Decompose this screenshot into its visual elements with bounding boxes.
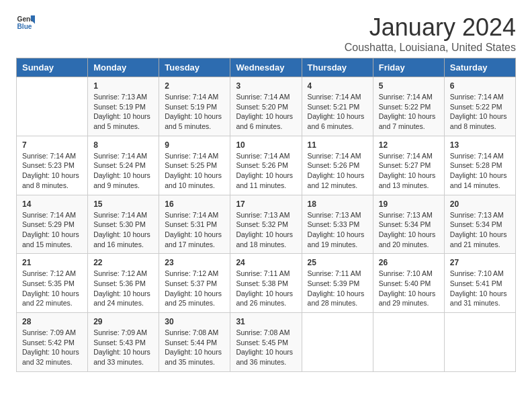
day-info: Sunrise: 7:12 AM Sunset: 5:35 PM Dayligh… [22, 269, 82, 308]
day-number: 12 [379, 140, 439, 150]
day-number: 3 [236, 81, 296, 91]
col-header-sunday: Sunday [17, 58, 88, 77]
day-number: 16 [165, 199, 224, 209]
calendar-cell: 2Sunrise: 7:14 AM Sunset: 5:19 PM Daylig… [159, 77, 230, 136]
day-info: Sunrise: 7:14 AM Sunset: 5:20 PM Dayligh… [236, 92, 296, 132]
day-number: 9 [165, 140, 224, 150]
day-number: 14 [22, 199, 82, 209]
calendar-cell [302, 313, 373, 372]
calendar-cell: 5Sunrise: 7:14 AM Sunset: 5:22 PM Daylig… [373, 77, 444, 136]
day-number: 2 [165, 81, 224, 91]
calendar-cell: 31Sunrise: 7:08 AM Sunset: 5:45 PM Dayli… [230, 313, 302, 372]
day-info: Sunrise: 7:13 AM Sunset: 5:34 PM Dayligh… [450, 210, 510, 250]
calendar-cell: 13Sunrise: 7:14 AM Sunset: 5:28 PM Dayli… [444, 136, 515, 195]
calendar-cell: 17Sunrise: 7:13 AM Sunset: 5:32 PM Dayli… [230, 195, 302, 254]
day-info: Sunrise: 7:13 AM Sunset: 5:19 PM Dayligh… [93, 92, 153, 132]
day-info: Sunrise: 7:11 AM Sunset: 5:38 PM Dayligh… [236, 269, 296, 308]
day-info: Sunrise: 7:09 AM Sunset: 5:43 PM Dayligh… [93, 328, 153, 367]
day-info: Sunrise: 7:14 AM Sunset: 5:28 PM Dayligh… [450, 151, 510, 191]
calendar-cell: 26Sunrise: 7:10 AM Sunset: 5:40 PM Dayli… [373, 254, 444, 313]
day-number: 15 [93, 199, 153, 209]
day-number: 27 [450, 258, 510, 267]
day-number: 7 [22, 140, 82, 150]
day-info: Sunrise: 7:14 AM Sunset: 5:27 PM Dayligh… [379, 151, 439, 191]
day-info: Sunrise: 7:14 AM Sunset: 5:24 PM Dayligh… [93, 151, 153, 191]
calendar-cell: 15Sunrise: 7:14 AM Sunset: 5:30 PM Dayli… [88, 195, 159, 254]
calendar-cell: 29Sunrise: 7:09 AM Sunset: 5:43 PM Dayli… [88, 313, 159, 372]
col-header-saturday: Saturday [444, 58, 515, 77]
day-info: Sunrise: 7:08 AM Sunset: 5:44 PM Dayligh… [165, 328, 224, 367]
calendar-cell: 28Sunrise: 7:09 AM Sunset: 5:42 PM Dayli… [17, 313, 88, 372]
day-info: Sunrise: 7:14 AM Sunset: 5:21 PM Dayligh… [308, 92, 367, 132]
day-info: Sunrise: 7:14 AM Sunset: 5:25 PM Dayligh… [165, 151, 224, 191]
calendar-cell: 18Sunrise: 7:13 AM Sunset: 5:33 PM Dayli… [302, 195, 373, 254]
day-number: 11 [308, 140, 367, 150]
day-number: 22 [93, 258, 153, 267]
day-number: 5 [379, 81, 439, 91]
calendar-cell: 4Sunrise: 7:14 AM Sunset: 5:21 PM Daylig… [302, 77, 373, 136]
day-info: Sunrise: 7:12 AM Sunset: 5:36 PM Dayligh… [93, 269, 153, 308]
calendar-cell: 27Sunrise: 7:10 AM Sunset: 5:41 PM Dayli… [444, 254, 515, 313]
day-number: 28 [22, 317, 82, 326]
day-info: Sunrise: 7:10 AM Sunset: 5:40 PM Dayligh… [379, 269, 439, 308]
title-area: January 2024 Coushatta, Louisiana, Unite… [345, 13, 516, 54]
calendar-cell: 21Sunrise: 7:12 AM Sunset: 5:35 PM Dayli… [17, 254, 88, 313]
day-info: Sunrise: 7:11 AM Sunset: 5:39 PM Dayligh… [308, 269, 367, 308]
day-info: Sunrise: 7:14 AM Sunset: 5:22 PM Dayligh… [379, 92, 439, 132]
calendar-cell: 23Sunrise: 7:12 AM Sunset: 5:37 PM Dayli… [159, 254, 230, 313]
day-info: Sunrise: 7:10 AM Sunset: 5:41 PM Dayligh… [450, 269, 510, 308]
day-number: 18 [308, 199, 367, 209]
svg-text:Blue: Blue [17, 23, 32, 30]
day-number: 17 [236, 199, 296, 209]
calendar-cell: 20Sunrise: 7:13 AM Sunset: 5:34 PM Dayli… [444, 195, 515, 254]
day-number: 31 [236, 317, 296, 326]
day-info: Sunrise: 7:14 AM Sunset: 5:31 PM Dayligh… [165, 210, 224, 250]
calendar-cell: 14Sunrise: 7:14 AM Sunset: 5:29 PM Dayli… [17, 195, 88, 254]
calendar-cell: 12Sunrise: 7:14 AM Sunset: 5:27 PM Dayli… [373, 136, 444, 195]
day-number: 26 [379, 258, 439, 267]
day-info: Sunrise: 7:08 AM Sunset: 5:45 PM Dayligh… [236, 328, 296, 367]
day-info: Sunrise: 7:13 AM Sunset: 5:32 PM Dayligh… [236, 210, 296, 250]
col-header-wednesday: Wednesday [230, 58, 302, 77]
day-info: Sunrise: 7:14 AM Sunset: 5:26 PM Dayligh… [308, 151, 367, 191]
day-number: 20 [450, 199, 510, 209]
calendar-cell: 22Sunrise: 7:12 AM Sunset: 5:36 PM Dayli… [88, 254, 159, 313]
calendar-cell: 25Sunrise: 7:11 AM Sunset: 5:39 PM Dayli… [302, 254, 373, 313]
calendar-cell: 24Sunrise: 7:11 AM Sunset: 5:38 PM Dayli… [230, 254, 302, 313]
logo: General Blue [16, 13, 35, 32]
day-number: 6 [450, 81, 510, 91]
calendar-cell: 11Sunrise: 7:14 AM Sunset: 5:26 PM Dayli… [302, 136, 373, 195]
logo-icon: General Blue [16, 13, 35, 32]
col-header-monday: Monday [88, 58, 159, 77]
calendar-cell [444, 313, 515, 372]
calendar-cell: 3Sunrise: 7:14 AM Sunset: 5:20 PM Daylig… [230, 77, 302, 136]
day-info: Sunrise: 7:14 AM Sunset: 5:26 PM Dayligh… [236, 151, 296, 191]
day-number: 8 [93, 140, 153, 150]
day-number: 30 [165, 317, 224, 326]
calendar-cell: 9Sunrise: 7:14 AM Sunset: 5:25 PM Daylig… [159, 136, 230, 195]
calendar-cell: 8Sunrise: 7:14 AM Sunset: 5:24 PM Daylig… [88, 136, 159, 195]
day-info: Sunrise: 7:14 AM Sunset: 5:22 PM Dayligh… [450, 92, 510, 132]
col-header-tuesday: Tuesday [159, 58, 230, 77]
day-info: Sunrise: 7:13 AM Sunset: 5:33 PM Dayligh… [308, 210, 367, 250]
day-number: 24 [236, 258, 296, 267]
calendar-cell: 1Sunrise: 7:13 AM Sunset: 5:19 PM Daylig… [88, 77, 159, 136]
day-number: 10 [236, 140, 296, 150]
calendar-cell [373, 313, 444, 372]
calendar-cell: 16Sunrise: 7:14 AM Sunset: 5:31 PM Dayli… [159, 195, 230, 254]
day-number: 13 [450, 140, 510, 150]
day-info: Sunrise: 7:14 AM Sunset: 5:30 PM Dayligh… [93, 210, 153, 250]
day-info: Sunrise: 7:09 AM Sunset: 5:42 PM Dayligh… [22, 328, 82, 367]
calendar-cell: 7Sunrise: 7:14 AM Sunset: 5:23 PM Daylig… [17, 136, 88, 195]
day-number: 29 [93, 317, 153, 326]
day-number: 25 [308, 258, 367, 267]
header: General Blue January 2024 Coushatta, Lou… [16, 13, 516, 54]
day-number: 23 [165, 258, 224, 267]
col-header-thursday: Thursday [302, 58, 373, 77]
calendar-cell: 10Sunrise: 7:14 AM Sunset: 5:26 PM Dayli… [230, 136, 302, 195]
day-number: 4 [308, 81, 367, 91]
day-number: 1 [93, 81, 153, 91]
main-title: January 2024 [345, 13, 516, 42]
col-header-friday: Friday [373, 58, 444, 77]
day-info: Sunrise: 7:14 AM Sunset: 5:23 PM Dayligh… [22, 151, 82, 191]
